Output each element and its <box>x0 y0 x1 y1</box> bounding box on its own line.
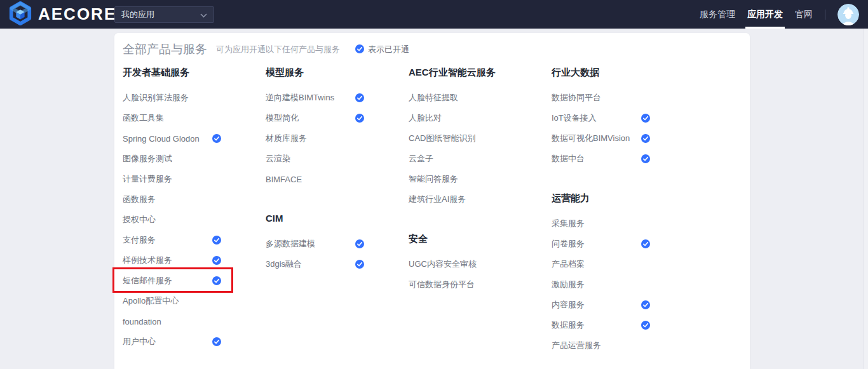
service-item[interactable]: 多源数据建模 <box>266 234 364 254</box>
service-item[interactable]: 采集服务 <box>552 213 650 234</box>
service-item-label: 产品档案 <box>552 258 585 270</box>
service-item[interactable]: 产品档案 <box>552 254 650 274</box>
service-item[interactable]: 人脸识别算法服务 <box>123 88 221 108</box>
service-item-label: 人脸特征提取 <box>409 92 458 104</box>
service-item[interactable]: 产品运营服务 <box>552 335 650 356</box>
service-item[interactable]: 逆向建模BIMTwins <box>266 88 364 108</box>
service-item[interactable]: 人脸比对 <box>409 108 507 128</box>
service-columns: 开发者基础服务人脸识别算法服务函数工具集Spring Cloud Glodon … <box>123 66 695 356</box>
service-item[interactable]: 可信数据身份平台 <box>409 274 507 295</box>
service-item[interactable]: 内容服务 <box>552 295 650 315</box>
service-item[interactable]: 数据协同平台 <box>552 88 650 108</box>
card-header: 全部产品与服务 可为应用开通以下任何产品与服务 表示已开通 <box>123 41 409 58</box>
service-item[interactable]: 数据服务 <box>552 315 650 335</box>
service-column: 行业大数据数据协同平台IoT设备接入 数据可视化BIMVision 数据中台 运… <box>552 66 695 356</box>
service-item[interactable]: 模型简化 <box>266 108 364 128</box>
service-item-label: 计量计费服务 <box>123 173 172 185</box>
page-subtitle: 可为应用开通以下任何产品与服务 <box>216 44 340 55</box>
service-item-label: 数据协同平台 <box>552 92 601 104</box>
check-circle-icon <box>212 236 221 245</box>
service-item-label: 云渲染 <box>266 153 290 164</box>
service-item-label: 智能问答服务 <box>409 173 458 185</box>
service-item[interactable]: 授权中心 <box>123 210 221 230</box>
service-item-label: 3dgis融合 <box>266 258 302 270</box>
service-item-label: 人脸比对 <box>409 112 442 124</box>
service-item[interactable]: 数据可视化BIMVision <box>552 128 650 149</box>
legend-label: 表示已开通 <box>368 44 409 55</box>
service-item[interactable]: IoT设备接入 <box>552 108 650 128</box>
app-select-value: 我的应用 <box>121 9 154 20</box>
service-item[interactable]: Spring Cloud Glodon <box>123 128 221 149</box>
service-item-label: BIMFACE <box>266 175 302 184</box>
service-item[interactable]: 建筑行业AI服务 <box>409 189 507 210</box>
service-item-label: CAD图纸智能识别 <box>409 133 475 144</box>
service-item[interactable]: 问卷服务 <box>552 234 650 254</box>
section-title: 安全 <box>409 232 552 245</box>
service-column: 开发者基础服务人脸识别算法服务函数工具集Spring Cloud Glodon … <box>123 66 266 356</box>
service-item[interactable]: 3dgis融合 <box>266 254 364 274</box>
service-section: 安全UGC内容安全审核可信数据身份平台 <box>409 232 552 295</box>
service-item[interactable]: foundation <box>123 311 221 332</box>
service-item[interactable]: 短信邮件服务 <box>123 271 221 291</box>
service-section: AEC行业智能云服务人脸特征提取人脸比对CAD图纸智能识别云盒子智能问答服务建筑… <box>409 66 552 210</box>
app-select-dropdown[interactable]: 我的应用 <box>114 6 214 23</box>
section-title: 运营能力 <box>552 192 695 205</box>
nav-link-app-development[interactable]: 应用开发 <box>747 0 783 29</box>
service-item-label: 支付服务 <box>123 234 156 246</box>
service-item[interactable]: 激励服务 <box>552 274 650 295</box>
nav-links: 服务管理应用开发官网 <box>700 0 859 29</box>
check-circle-icon <box>355 239 364 248</box>
service-item[interactable]: 图像服务测试 <box>123 149 221 169</box>
service-item[interactable]: 人脸特征提取 <box>409 88 507 108</box>
service-item-label: 问卷服务 <box>552 238 585 250</box>
service-item[interactable]: UGC内容安全审核 <box>409 254 507 274</box>
service-item[interactable]: 云盒子 <box>409 149 507 169</box>
service-item-label: 内容服务 <box>552 299 585 311</box>
top-navbar: AECORE 我的应用 服务管理应用开发官网 <box>0 0 868 29</box>
chevron-down-icon <box>200 10 207 20</box>
section-title: CIM <box>266 212 409 225</box>
check-circle-icon <box>641 134 650 143</box>
service-item-label: 激励服务 <box>552 279 585 290</box>
service-item[interactable]: 样例技术服务 <box>123 250 221 271</box>
service-item[interactable]: 智能问答服务 <box>409 169 507 189</box>
service-section: 运营能力采集服务问卷服务 产品档案激励服务内容服务 数据服务 产品运营服务 <box>552 192 695 356</box>
brand-logo[interactable]: AECORE <box>8 1 116 28</box>
service-item[interactable]: 用户中心 <box>123 332 221 352</box>
service-item[interactable]: BIMFACE <box>266 169 364 189</box>
user-avatar[interactable] <box>837 4 859 25</box>
nav-link-label: 应用开发 <box>747 9 783 20</box>
service-item-label: 图像服务测试 <box>123 153 172 164</box>
service-item-label: 数据服务 <box>552 319 585 331</box>
scrollbar[interactable] <box>864 29 868 369</box>
nav-link-service-management[interactable]: 服务管理 <box>700 0 735 29</box>
service-item-label: 数据可视化BIMVision <box>552 133 630 144</box>
check-circle-icon <box>641 239 650 248</box>
service-item-label: foundation <box>123 317 161 326</box>
nav-link-official-site[interactable]: 官网 <box>795 0 813 29</box>
service-item[interactable]: Apollo配置中心 <box>123 291 221 311</box>
section-title: 行业大数据 <box>552 66 695 79</box>
section-title: 模型服务 <box>266 66 409 79</box>
check-circle-icon <box>355 260 364 269</box>
service-item[interactable]: 计量计费服务 <box>123 169 221 189</box>
check-circle-icon <box>641 154 650 163</box>
service-item[interactable]: 函数工具集 <box>123 108 221 128</box>
service-item-label: UGC内容安全审核 <box>409 258 477 270</box>
service-item-label: 模型简化 <box>266 112 299 124</box>
service-item-label: 人脸识别算法服务 <box>123 92 189 104</box>
service-item[interactable]: 材质库服务 <box>266 128 364 149</box>
service-item-label: IoT设备接入 <box>552 112 597 124</box>
check-circle-icon <box>212 256 221 265</box>
brand-name: AECORE <box>38 4 116 24</box>
service-item[interactable]: 支付服务 <box>123 230 221 250</box>
nav-divider <box>825 10 825 20</box>
service-item[interactable]: CAD图纸智能识别 <box>409 128 507 149</box>
service-item-label: 采集服务 <box>552 218 585 229</box>
service-item[interactable]: 云渲染 <box>266 149 364 169</box>
service-item-label: 用户中心 <box>123 336 156 347</box>
service-item[interactable]: 数据中台 <box>552 149 650 169</box>
service-item[interactable]: 函数服务 <box>123 189 221 210</box>
service-section: 模型服务逆向建模BIMTwins 模型简化 材质库服务云渲染BIMFACE <box>266 66 409 189</box>
aecore-logo-icon <box>8 1 32 28</box>
